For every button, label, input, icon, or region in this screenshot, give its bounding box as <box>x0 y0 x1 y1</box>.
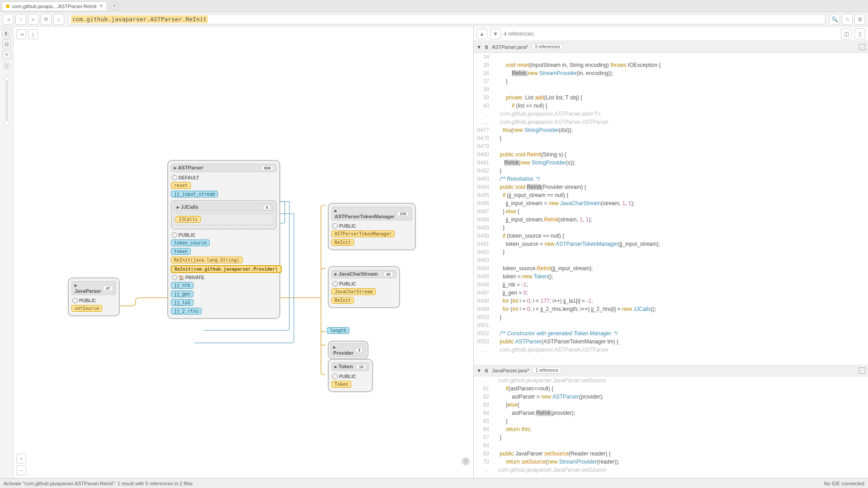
chip-token-ctor[interactable]: Token <box>331 381 351 388</box>
chip-jj-la1[interactable]: jj_la1 <box>171 299 193 306</box>
vis-public: PUBLIC <box>71 297 116 304</box>
reload-button[interactable]: ⟳ <box>41 14 52 25</box>
node-token[interactable]: ▸ Token15 PUBLIC Token <box>328 359 373 392</box>
chip-token-source[interactable]: token_source <box>171 239 210 246</box>
chip-javacharstream[interactable]: JavaCharStream <box>331 288 376 295</box>
graph-doc-icon[interactable]: ▯ <box>28 29 38 39</box>
new-tab-button[interactable]: + <box>110 1 119 10</box>
node-title: ▸ ASTParser 658 <box>171 164 277 172</box>
file-ref-count: 1 reference <box>532 367 562 374</box>
vis-default: DEFAULT <box>171 174 277 181</box>
chip-token[interactable]: token <box>171 248 191 255</box>
status-text: Activate "com.github.javaparser.ASTParse… <box>4 481 193 486</box>
main: ◧ ▤ ✎ 5 ⇥ ▯ + − <box>0 27 868 478</box>
url-bar[interactable]: com.github.javaparser.ASTParser.ReInit <box>68 14 826 24</box>
chip-jj-input-stream[interactable]: jj_input_stream <box>171 191 218 197</box>
code-view-1[interactable]: 3435 void reset(InputStream in, String e… <box>474 53 868 365</box>
maximize-icon[interactable] <box>859 367 865 374</box>
file-header-1[interactable]: ▼ 🗎 ASTParser.java* 3 references <box>474 41 868 53</box>
references-count: 4 references <box>504 31 534 37</box>
tab-title: com.github.javapa....ASTParser.ReInit <box>12 4 96 9</box>
ref-layout-2[interactable]: ▯ <box>854 28 865 39</box>
ref-nav-up[interactable]: ▲ <box>476 28 487 39</box>
browser-tab[interactable]: com.github.javapa....ASTParser.ReInit ✕ <box>2 1 107 10</box>
graph-toolbar: ⇥ ▯ <box>16 29 38 39</box>
code-view-2[interactable]: .. com.github.javaparser.JavaParser.setS… <box>474 376 868 478</box>
chip-reinit-provider[interactable]: ReInit(com.github.javaparser.Provider) <box>171 265 282 273</box>
nav-bar: ◄ ≡ ► ⟳ ⌂ com.github.javaparser.ASTParse… <box>0 12 868 27</box>
tab-favicon <box>6 5 9 8</box>
rail-tool-2[interactable]: ▤ <box>2 39 11 48</box>
zoom-controls: + − <box>16 454 26 475</box>
references-panel: ▲ ▼ 4 references ◫ ▯ ▼ 🗎 ASTParser.java*… <box>473 27 868 478</box>
tab-close-icon[interactable]: ✕ <box>99 3 103 9</box>
rail-tool-3[interactable]: ✎ <box>2 50 11 59</box>
vis-private: 🏠 PRIVATE <box>171 274 277 281</box>
node-provider[interactable]: ▸ Provider3 <box>328 341 368 359</box>
file-name: JavaParser.java* <box>492 368 529 373</box>
rail-tool-1[interactable]: ◧ <box>2 28 11 38</box>
graph-canvas[interactable]: ⇥ ▯ + − ▸ JavaParser 47 PUBLIC se <box>14 27 473 478</box>
chip-reset[interactable]: reset <box>171 182 191 189</box>
url-text: com.github.javaparser.ASTParser.ReInit <box>71 15 208 23</box>
home-button[interactable]: ⌂ <box>53 14 64 25</box>
ide-status: No IDE connected <box>824 481 864 486</box>
file-name: ASTParser.java* <box>492 44 528 50</box>
file-header-2[interactable]: ▼ 🗎 JavaParser.java* 1 reference <box>474 365 868 376</box>
slider-thumb-bottom[interactable] <box>4 120 9 126</box>
file-ref-count: 3 references <box>531 43 564 50</box>
help-button[interactable]: ? <box>462 457 470 465</box>
chip-reinit-string[interactable]: ReInit(java.lang.String) <box>171 257 243 263</box>
ref-nav-down[interactable]: ▼ <box>490 28 501 39</box>
chip-jj-gen[interactable]: jj_gen <box>171 291 193 297</box>
node-asttokenmgr[interactable]: ▸ ASTParserTokenManager132 PUBLIC ASTPar… <box>328 203 416 250</box>
references-header: ▲ ▼ 4 references ◫ ▯ <box>474 27 868 41</box>
left-rail: ◧ ▤ ✎ 5 <box>0 27 14 478</box>
chip-jj-2-rtns[interactable]: jj_2_rtns <box>171 308 202 314</box>
tab-bar: com.github.javapa....ASTParser.ReInit ✕ … <box>0 0 868 12</box>
rail-count: 5 <box>4 63 10 70</box>
chip-length[interactable]: length <box>327 327 349 334</box>
zoom-in-button[interactable]: + <box>16 454 26 464</box>
chip-jj-ntk[interactable]: jj_ntk <box>171 282 193 289</box>
collapse-icon[interactable]: ▼ <box>476 368 481 373</box>
chip-asttokenmgr[interactable]: ASTParserTokenManager <box>331 230 395 237</box>
chip-jjcalls[interactable]: JJCalls <box>175 216 201 223</box>
node-astparser[interactable]: ▸ ASTParser 658 DEFAULT reset jj_input_s… <box>167 160 280 319</box>
zoom-out-button[interactable]: − <box>16 465 26 475</box>
graph-expand-right-icon[interactable]: ⇥ <box>16 29 26 39</box>
search-button[interactable]: 🔍 <box>829 14 840 25</box>
chip-reinit-tm[interactable]: ReInit <box>331 239 354 246</box>
zoom-slider[interactable] <box>6 76 8 126</box>
forward-button[interactable]: ► <box>28 14 39 25</box>
status-bar: Activate "com.github.javaparser.ASTParse… <box>0 478 868 488</box>
settings-button[interactable]: ⚙ <box>854 14 865 25</box>
collapse-icon[interactable]: ▼ <box>476 44 481 50</box>
maximize-icon[interactable] <box>859 44 865 50</box>
ref-layout-1[interactable]: ◫ <box>841 28 852 39</box>
history-button[interactable]: ≡ <box>15 14 26 25</box>
node-javacharstream[interactable]: ▸ JavaCharStream46 PUBLIC JavaCharStream… <box>328 266 400 308</box>
back-button[interactable]: ◄ <box>3 14 14 25</box>
node-javaparser[interactable]: ▸ JavaParser 47 PUBLIC setSource <box>68 277 120 316</box>
star-button[interactable]: ☆ <box>842 14 853 25</box>
subnode-jjcalls[interactable]: ▸ JJCalls6 JJCalls <box>171 200 277 230</box>
file-icon: 🗎 <box>484 368 489 373</box>
slider-thumb-top[interactable] <box>4 76 9 81</box>
chip-reinit-jcs[interactable]: ReInit <box>331 297 354 304</box>
file-icon: 🗎 <box>484 44 489 50</box>
chip-setsource[interactable]: setSource <box>71 305 102 312</box>
vis-public: PUBLIC <box>171 231 277 239</box>
node-title: ▸ JavaParser 47 <box>71 281 116 295</box>
